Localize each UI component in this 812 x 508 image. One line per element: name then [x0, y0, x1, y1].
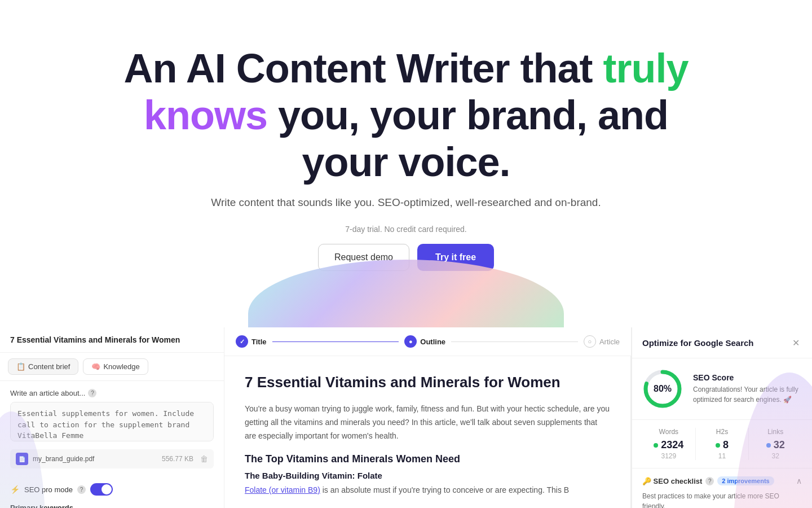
content-brief-icon: 📋 — [16, 362, 25, 371]
stat-words: Words 2324 3129 — [642, 428, 695, 460]
seo-score-label: SEO Score — [693, 373, 802, 382]
brief-label: Write an article about... ? — [10, 389, 214, 397]
hero-title-truly: truly — [603, 46, 688, 91]
seo-help-icon: ? — [77, 485, 86, 494]
step-title-label: Title — [251, 338, 267, 346]
improvements-badge: 2 improvements — [717, 476, 774, 485]
checklist-help-icon: ? — [705, 477, 714, 485]
middle-wrapper: ✓ Title ● Outline ○ Article 7 Essential … — [224, 327, 632, 508]
seo-mode-label: SEO pro mode — [24, 485, 73, 494]
stats-row: Words 2324 3129 H2s 8 11 Links 3 — [632, 420, 812, 468]
middle-panel: 7 Essential Vitamins and Minerals for Wo… — [224, 356, 631, 508]
wave-decoration — [23, 260, 789, 327]
keywords-label: Primary keywords — [10, 503, 214, 508]
hero-subtitle: Write content that sounds like you. SEO-… — [23, 196, 789, 209]
file-name: my_brand_guide.pdf — [33, 455, 94, 463]
hero-title-knows: knows — [144, 93, 267, 138]
trial-text: 7-day trial. No credit card required. — [23, 225, 789, 234]
content-brief-section: Write an article about... ? Essential su… — [0, 381, 224, 476]
seo-panel-header: Optimize for Google Search ✕ — [632, 327, 812, 358]
seo-panel-title: Optimize for Google Search — [642, 338, 754, 348]
checklist-title-row: 🔑 SEO checklist ? 2 improvements — [642, 476, 774, 485]
step-article: ○ Article — [584, 335, 620, 348]
hero-title: An AI Content Writer that truly knows yo… — [96, 45, 716, 185]
article-h2: The Top Vitamins and Minerals Women Need — [245, 453, 610, 465]
words-value: 2324 — [661, 439, 683, 451]
stat-h2s: H2s 8 11 — [695, 428, 749, 460]
stat-links: Links 32 32 — [748, 428, 802, 460]
step-outline-label: Outline — [420, 338, 445, 346]
checklist-collapse-button[interactable]: ∧ — [796, 476, 802, 485]
file-icon: 📄 — [16, 453, 28, 465]
hero-title-part2: you, your brand, and your voice. — [267, 93, 668, 185]
hero-section: An AI Content Writer that truly knows yo… — [0, 0, 812, 327]
h2s-value: 8 — [723, 439, 729, 451]
score-value: 80% — [654, 384, 672, 394]
links-dot — [766, 443, 771, 448]
left-panel: 7 Essential Vitamins and Minerals for Wo… — [0, 327, 224, 508]
step-line-2 — [451, 341, 578, 343]
score-ring: 80% — [642, 369, 683, 409]
hero-title-part1: An AI Content Writer that — [124, 46, 603, 91]
article-body-text1: is an absolute must if you're trying to … — [323, 485, 569, 494]
step-article-circle: ○ — [584, 335, 596, 348]
links-value: 32 — [774, 439, 785, 451]
knowledge-icon: 🧠 — [91, 362, 100, 371]
article-title: 7 Essential Vitamins and Minerals for Wo… — [245, 373, 610, 392]
links-sub: 32 — [749, 452, 802, 460]
step-outline-circle: ● — [404, 335, 417, 348]
seo-panel-close-button[interactable]: ✕ — [789, 336, 802, 349]
keywords-section: Primary keywords ↵ US ▾ — [0, 496, 224, 508]
checklist-desc: Best practices to make your article more… — [642, 491, 802, 508]
knowledge-label: Knowledge — [103, 362, 139, 371]
article-body-folate: Folate (or vitamin B9) is an absolute mu… — [245, 484, 610, 497]
seo-mode-row: ⚡ SEO pro mode ? — [0, 483, 224, 496]
checklist-title: 🔑 SEO checklist — [642, 477, 702, 485]
tab-bar: 📋 Content brief 🧠 Knowledge — [0, 353, 224, 381]
tab-knowledge[interactable]: 🧠 Knowledge — [83, 358, 148, 375]
step-line-1 — [272, 341, 399, 343]
words-sub: 3129 — [642, 452, 695, 460]
panel-title: 7 Essential Vitamins and Minerals for Wo… — [0, 327, 224, 353]
help-icon: ? — [88, 389, 96, 397]
folate-link[interactable]: Folate (or vitamin B9) — [245, 485, 320, 494]
step-article-label: Article — [599, 338, 620, 346]
h2s-dot — [716, 443, 720, 448]
app-preview: 7 Essential Vitamins and Minerals for Wo… — [0, 327, 812, 508]
article-h3-folate: The Baby-Building Vitamin: Folate — [245, 471, 610, 480]
step-indicator: ✓ Title ● Outline ○ Article — [224, 327, 631, 356]
brief-textarea[interactable]: Essential supplements for women. Include… — [10, 402, 214, 441]
wave-blob — [248, 260, 564, 327]
tab-content-brief[interactable]: 📋 Content brief — [8, 358, 78, 375]
checklist-header: 🔑 SEO checklist ? 2 improvements ∧ — [642, 476, 802, 485]
seo-score-section: 80% SEO Score Congratulations! Your arti… — [632, 358, 812, 420]
checklist-section: 🔑 SEO checklist ? 2 improvements ∧ Best … — [632, 468, 812, 508]
seo-mode-toggle[interactable] — [90, 483, 113, 496]
h2s-sub: 11 — [696, 452, 749, 460]
words-dot — [654, 443, 658, 448]
seo-score-info: SEO Score Congratulations! Your article … — [693, 373, 802, 405]
content-brief-label: Content brief — [28, 362, 70, 371]
file-size: 556.77 KB — [162, 455, 193, 463]
file-attachment: 📄 my_brand_guide.pdf 556.77 KB 🗑 — [10, 449, 214, 468]
seo-score-desc: Congratulations! Your article is fully o… — [693, 384, 802, 405]
step-title: ✓ Title — [236, 335, 267, 348]
delete-file-button[interactable]: 🗑 — [200, 454, 208, 463]
article-intro: You're a busy woman trying to juggle wor… — [245, 402, 610, 443]
step-title-circle: ✓ — [236, 335, 248, 348]
seo-panel: Optimize for Google Search ✕ 80% SEO Sco… — [632, 327, 812, 508]
step-outline: ● Outline — [404, 335, 445, 348]
